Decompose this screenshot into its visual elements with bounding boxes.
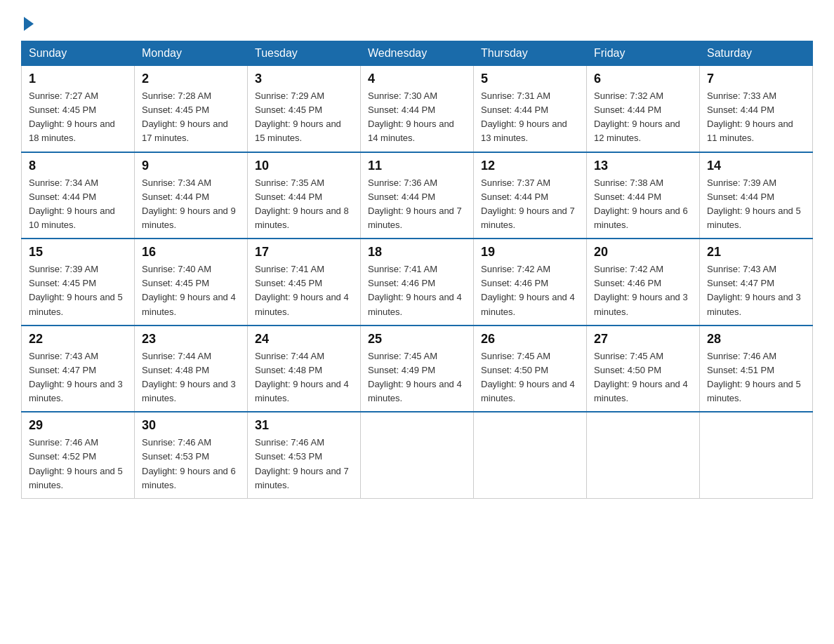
day-info: Sunrise: 7:45 AMSunset: 4:50 PMDaylight:… (481, 351, 575, 403)
day-info: Sunrise: 7:46 AMSunset: 4:53 PMDaylight:… (255, 437, 349, 490)
day-cell: 3 Sunrise: 7:29 AMSunset: 4:45 PMDayligh… (248, 66, 361, 152)
day-info: Sunrise: 7:34 AMSunset: 4:44 PMDaylight:… (29, 177, 115, 230)
day-info: Sunrise: 7:27 AMSunset: 4:45 PMDaylight:… (29, 90, 115, 143)
header-friday: Friday (587, 41, 700, 66)
day-info: Sunrise: 7:28 AMSunset: 4:45 PMDaylight:… (142, 90, 228, 143)
day-number: 12 (481, 159, 579, 173)
day-number: 7 (707, 72, 805, 86)
day-info: Sunrise: 7:40 AMSunset: 4:45 PMDaylight:… (142, 264, 236, 316)
day-cell: 14 Sunrise: 7:39 AMSunset: 4:44 PMDaylig… (700, 152, 813, 239)
day-cell: 25 Sunrise: 7:45 AMSunset: 4:49 PMDaylig… (361, 326, 474, 412)
day-info: Sunrise: 7:31 AMSunset: 4:44 PMDaylight:… (481, 90, 567, 143)
week-row-4: 22 Sunrise: 7:43 AMSunset: 4:47 PMDaylig… (22, 326, 813, 412)
day-info: Sunrise: 7:45 AMSunset: 4:49 PMDaylight:… (368, 351, 462, 403)
day-number: 24 (255, 332, 353, 347)
header-thursday: Thursday (474, 41, 587, 66)
day-cell: 28 Sunrise: 7:46 AMSunset: 4:51 PMDaylig… (700, 326, 813, 412)
day-info: Sunrise: 7:39 AMSunset: 4:45 PMDaylight:… (29, 264, 123, 316)
day-cell: 1 Sunrise: 7:27 AMSunset: 4:45 PMDayligh… (22, 66, 135, 152)
header-row: SundayMondayTuesdayWednesdayThursdayFrid… (22, 41, 813, 66)
day-number: 11 (368, 159, 466, 173)
header-tuesday: Tuesday (248, 41, 361, 66)
day-number: 29 (29, 418, 127, 433)
day-number: 23 (142, 332, 240, 347)
day-number: 18 (368, 245, 466, 260)
day-info: Sunrise: 7:41 AMSunset: 4:45 PMDaylight:… (255, 264, 349, 316)
day-cell: 16 Sunrise: 7:40 AMSunset: 4:45 PMDaylig… (135, 239, 248, 326)
day-number: 14 (707, 159, 805, 173)
day-info: Sunrise: 7:42 AMSunset: 4:46 PMDaylight:… (594, 264, 688, 316)
day-cell: 13 Sunrise: 7:38 AMSunset: 4:44 PMDaylig… (587, 152, 700, 239)
day-cell: 29 Sunrise: 7:46 AMSunset: 4:52 PMDaylig… (22, 412, 135, 498)
day-info: Sunrise: 7:34 AMSunset: 4:44 PMDaylight:… (142, 177, 236, 230)
header-wednesday: Wednesday (361, 41, 474, 66)
day-number: 25 (368, 332, 466, 347)
day-info: Sunrise: 7:46 AMSunset: 4:53 PMDaylight:… (142, 437, 236, 490)
day-cell: 26 Sunrise: 7:45 AMSunset: 4:50 PMDaylig… (474, 326, 587, 412)
day-info: Sunrise: 7:46 AMSunset: 4:51 PMDaylight:… (707, 351, 801, 403)
header-monday: Monday (135, 41, 248, 66)
day-number: 20 (594, 245, 692, 260)
day-number: 16 (142, 245, 240, 260)
day-cell: 5 Sunrise: 7:31 AMSunset: 4:44 PMDayligh… (474, 66, 587, 152)
day-cell (361, 412, 474, 498)
day-cell: 6 Sunrise: 7:32 AMSunset: 4:44 PMDayligh… (587, 66, 700, 152)
day-cell: 11 Sunrise: 7:36 AMSunset: 4:44 PMDaylig… (361, 152, 474, 239)
day-info: Sunrise: 7:43 AMSunset: 4:47 PMDaylight:… (707, 264, 801, 316)
day-number: 3 (255, 72, 353, 86)
day-cell: 17 Sunrise: 7:41 AMSunset: 4:45 PMDaylig… (248, 239, 361, 326)
week-row-2: 8 Sunrise: 7:34 AMSunset: 4:44 PMDayligh… (22, 152, 813, 239)
week-row-3: 15 Sunrise: 7:39 AMSunset: 4:45 PMDaylig… (22, 239, 813, 326)
day-number: 15 (29, 245, 127, 260)
day-cell: 19 Sunrise: 7:42 AMSunset: 4:46 PMDaylig… (474, 239, 587, 326)
day-number: 17 (255, 245, 353, 260)
logo (21, 14, 34, 28)
day-info: Sunrise: 7:45 AMSunset: 4:50 PMDaylight:… (594, 351, 688, 403)
day-number: 10 (255, 159, 353, 173)
day-info: Sunrise: 7:42 AMSunset: 4:46 PMDaylight:… (481, 264, 575, 316)
day-info: Sunrise: 7:44 AMSunset: 4:48 PMDaylight:… (142, 351, 236, 403)
day-info: Sunrise: 7:32 AMSunset: 4:44 PMDaylight:… (594, 90, 680, 143)
day-cell: 2 Sunrise: 7:28 AMSunset: 4:45 PMDayligh… (135, 66, 248, 152)
header-saturday: Saturday (700, 41, 813, 66)
day-info: Sunrise: 7:43 AMSunset: 4:47 PMDaylight:… (29, 351, 123, 403)
day-info: Sunrise: 7:46 AMSunset: 4:52 PMDaylight:… (29, 437, 123, 490)
day-number: 31 (255, 418, 353, 433)
header-sunday: Sunday (22, 41, 135, 66)
day-cell: 20 Sunrise: 7:42 AMSunset: 4:46 PMDaylig… (587, 239, 700, 326)
day-number: 19 (481, 245, 579, 260)
day-info: Sunrise: 7:44 AMSunset: 4:48 PMDaylight:… (255, 351, 349, 403)
day-number: 5 (481, 72, 579, 86)
day-info: Sunrise: 7:35 AMSunset: 4:44 PMDaylight:… (255, 177, 349, 230)
day-cell: 23 Sunrise: 7:44 AMSunset: 4:48 PMDaylig… (135, 326, 248, 412)
day-cell: 21 Sunrise: 7:43 AMSunset: 4:47 PMDaylig… (700, 239, 813, 326)
day-cell: 24 Sunrise: 7:44 AMSunset: 4:48 PMDaylig… (248, 326, 361, 412)
day-info: Sunrise: 7:36 AMSunset: 4:44 PMDaylight:… (368, 177, 462, 230)
header (21, 14, 813, 28)
day-info: Sunrise: 7:38 AMSunset: 4:44 PMDaylight:… (594, 177, 688, 230)
logo-triangle-icon (24, 17, 34, 31)
calendar-table: SundayMondayTuesdayWednesdayThursdayFrid… (21, 41, 813, 499)
day-number: 2 (142, 72, 240, 86)
day-number: 4 (368, 72, 466, 86)
day-number: 26 (481, 332, 579, 347)
day-cell: 30 Sunrise: 7:46 AMSunset: 4:53 PMDaylig… (135, 412, 248, 498)
day-cell: 9 Sunrise: 7:34 AMSunset: 4:44 PMDayligh… (135, 152, 248, 239)
week-row-5: 29 Sunrise: 7:46 AMSunset: 4:52 PMDaylig… (22, 412, 813, 498)
week-row-1: 1 Sunrise: 7:27 AMSunset: 4:45 PMDayligh… (22, 66, 813, 152)
day-cell: 12 Sunrise: 7:37 AMSunset: 4:44 PMDaylig… (474, 152, 587, 239)
day-cell: 18 Sunrise: 7:41 AMSunset: 4:46 PMDaylig… (361, 239, 474, 326)
day-cell (587, 412, 700, 498)
day-info: Sunrise: 7:33 AMSunset: 4:44 PMDaylight:… (707, 90, 793, 143)
day-cell (474, 412, 587, 498)
day-number: 6 (594, 72, 692, 86)
day-cell: 4 Sunrise: 7:30 AMSunset: 4:44 PMDayligh… (361, 66, 474, 152)
day-cell: 10 Sunrise: 7:35 AMSunset: 4:44 PMDaylig… (248, 152, 361, 239)
day-number: 30 (142, 418, 240, 433)
day-number: 13 (594, 159, 692, 173)
day-info: Sunrise: 7:30 AMSunset: 4:44 PMDaylight:… (368, 90, 454, 143)
day-number: 8 (29, 159, 127, 173)
day-cell: 7 Sunrise: 7:33 AMSunset: 4:44 PMDayligh… (700, 66, 813, 152)
day-info: Sunrise: 7:41 AMSunset: 4:46 PMDaylight:… (368, 264, 462, 316)
day-number: 28 (707, 332, 805, 347)
